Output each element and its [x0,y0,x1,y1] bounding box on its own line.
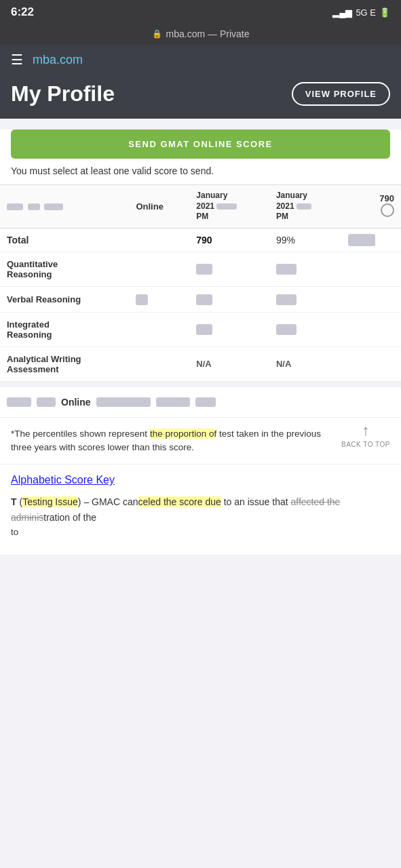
col-score: 790 [341,185,401,229]
total-label: Total [0,228,129,252]
validation-message: You must select at least one valid score… [0,165,401,184]
second-score-row: Online [0,387,401,418]
back-to-top-button[interactable]: ↑ BACK TO TOP [341,422,390,448]
integrated-row: IntegratedReasoning [0,312,401,347]
url-text: mba.com — Private [166,28,250,39]
quant-score [189,252,269,287]
analytical-empty [129,347,189,381]
col-type: Online [129,185,189,229]
integrated-score [189,312,269,347]
back-to-top-label: BACK TO TOP [341,441,390,448]
analytical-percentile: N/A [269,347,341,381]
verbal-score [189,287,269,313]
table-header-row: Online January2021 PM January2021 PM 790 [0,185,401,229]
score-table: Online January2021 PM January2021 PM 790… [0,184,401,382]
second-score-blur1 [7,397,31,407]
status-bar: 6:22 ▂▄▆ 5G E 🔋 [0,0,401,24]
integrated-percentile [269,312,341,347]
quant-extra [341,252,401,287]
quantitative-label: QuantitativeReasoning [0,252,129,287]
bottom-text: to [11,525,390,545]
footnote-text: *The percentiles shown represent the pro… [11,427,390,455]
site-name: mba.com [33,53,83,67]
canceled-highlight: celed the score due [138,496,221,507]
page-title: My Profile [11,81,115,106]
score-key-title: Alphabetic Score Key [11,474,390,486]
score-key-text: T (Testing Issue) – GMAC canceled the sc… [11,494,390,525]
second-score-blur4 [156,397,190,407]
footnote-highlight: the proportion of [150,429,216,439]
second-score-blur5 [195,397,216,407]
score-key-section: Alphabetic Score Key T (Testing Issue) –… [0,464,401,554]
total-percentile: 99% [269,228,341,252]
quant-percentile [269,252,341,287]
send-gmat-score-button[interactable]: SEND GMAT ONLINE SCORE [11,130,390,159]
col-date2: January2021 PM [269,185,341,229]
score-radio[interactable] [381,203,394,217]
footnote-section: ↑ BACK TO TOP *The percentiles shown rep… [0,418,401,465]
second-score-blur3 [96,397,151,407]
second-score-type: Online [61,397,91,408]
col-date1: January2021 PM [189,185,269,229]
analytical-score: N/A [189,347,269,381]
total-score: 790 [189,228,269,252]
total-extra [341,228,401,252]
integrated-empty [129,312,189,347]
verbal-extra [341,287,401,313]
view-profile-button[interactable]: VIEW PROFILE [292,82,390,106]
analytical-row: Analytical WritingAssessment N/A N/A [0,347,401,381]
status-time: 6:22 [11,5,34,19]
quantitative-row: QuantitativeReasoning [0,252,401,287]
signal-icon: ▂▄▆ [332,7,352,18]
hamburger-icon[interactable]: ☰ [11,52,23,68]
verbal-empty [129,287,189,313]
total-row: Total 790 99% [0,228,401,252]
url-bar[interactable]: 🔒 mba.com — Private [0,24,401,45]
main-content: SEND GMAT ONLINE SCORE You must select a… [0,130,401,464]
verbal-row: Verbal Reasoning [0,287,401,313]
verbal-percentile [269,287,341,313]
integrated-label: IntegratedReasoning [0,312,129,347]
col-prefix [0,185,129,229]
integrated-extra [341,312,401,347]
lock-icon: 🔒 [152,29,162,39]
second-score-blur2 [37,397,56,407]
section-separator [0,382,401,387]
status-icons: ▂▄▆ 5G E 🔋 [332,7,390,18]
score-key-letter: T [11,496,17,507]
page-header: My Profile VIEW PROFILE [0,75,401,119]
quant-empty [129,252,189,287]
verbal-label: Verbal Reasoning [0,287,129,313]
to-text: to [11,527,18,537]
arrow-up-icon: ↑ [362,422,369,439]
analytical-extra [341,347,401,381]
network-type: 5G E [356,7,376,18]
analytical-label: Analytical WritingAssessment [0,347,129,381]
nav-bar: ☰ mba.com [0,45,401,75]
testing-issue-label: Testing Issue [22,496,78,507]
total-score-empty [129,228,189,252]
battery-icon: 🔋 [379,7,390,18]
